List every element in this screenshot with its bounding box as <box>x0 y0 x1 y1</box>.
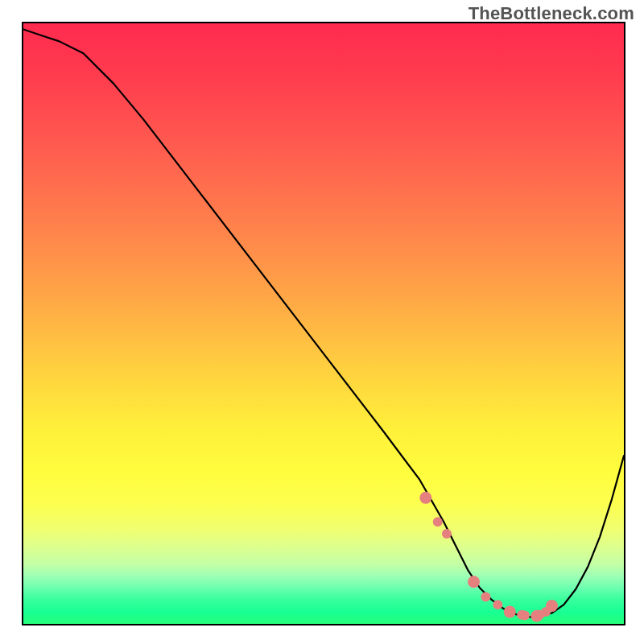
marker-dot <box>433 517 443 526</box>
bottleneck-curve <box>23 29 624 617</box>
marker-dot <box>493 600 502 609</box>
marker-dot <box>481 592 490 601</box>
chart-container: TheBottleneck.com <box>0 0 644 644</box>
marker-dot <box>419 492 431 504</box>
plot-area <box>22 22 625 625</box>
marker-dot <box>468 576 480 588</box>
highlight-markers <box>419 492 558 622</box>
marker-dot <box>546 600 558 612</box>
marker-dot <box>442 529 452 539</box>
marker-dot <box>504 606 516 618</box>
curve-layer <box>23 23 624 624</box>
watermark-text: TheBottleneck.com <box>469 3 634 24</box>
marker-dot <box>520 611 530 621</box>
